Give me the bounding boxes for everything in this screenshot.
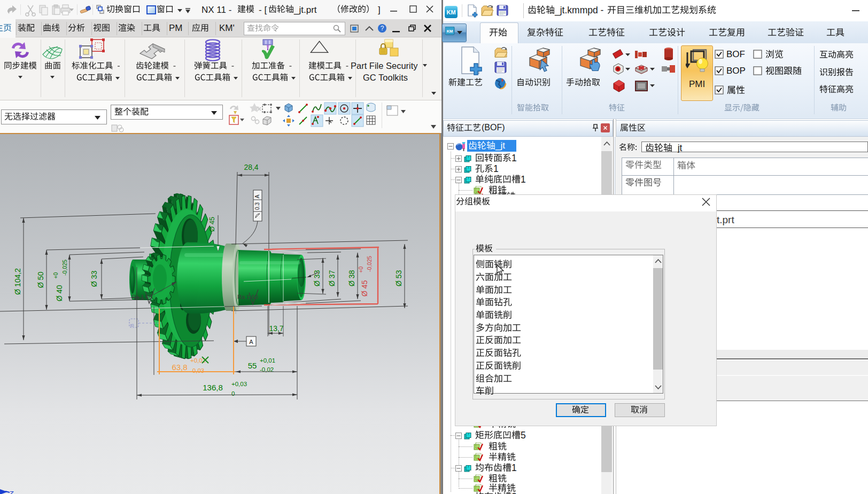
svg-text:136,8: 136,8 [203,383,223,392]
svg-text:Ø 45: Ø 45 [208,217,216,232]
svg-text:13,7: 13,7 [269,324,283,333]
svg-text:Ø 50: Ø 50 [36,272,45,288]
svg-text:-0,03: -0,03 [190,367,204,374]
svg-text:Ra 1.60: Ra 1.60 [131,294,152,300]
svg-text:+0: +0 [358,266,364,273]
svg-text:Ø 45: Ø 45 [360,280,369,297]
svg-text:-0,025: -0,025 [366,256,373,272]
svg-text:-0,025: -0,025 [61,260,68,276]
svg-text:28,4: 28,4 [244,163,258,171]
svg-text:0.3: 0.3 [254,202,260,210]
svg-text:Ø 33: Ø 33 [90,271,98,287]
svg-text:+0,01: +0,01 [260,357,275,364]
svg-text:Ø 53: Ø 53 [394,270,403,287]
svg-text:55: 55 [248,361,257,370]
svg-text:Ø 40: Ø 40 [55,285,64,302]
svg-text:Z: Z [9,490,14,494]
svg-text:Ø 104,2: Ø 104,2 [13,268,22,295]
svg-text:Ø 38: Ø 38 [347,270,356,287]
svg-text:63,8: 63,8 [172,363,187,372]
svg-text:Ø 37: Ø 37 [328,270,336,287]
svg-text:0: 0 [231,390,235,397]
svg-text:Ø 33: Ø 33 [313,270,321,287]
svg-text:A: A [254,194,260,198]
svg-text:+0,03: +0,03 [231,381,247,387]
svg-text:A: A [249,339,253,345]
svg-text:B: B [129,324,135,327]
svg-text:+0: +0 [52,272,59,279]
